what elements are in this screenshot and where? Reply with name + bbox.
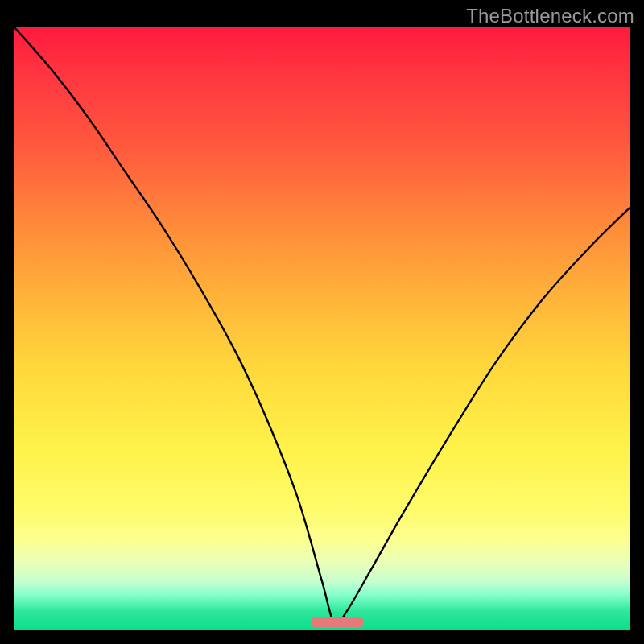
chart-frame: TheBottleneck.com — [0, 0, 644, 644]
optimum-marker — [311, 617, 364, 628]
watermark-text: TheBottleneck.com — [466, 5, 634, 27]
curve-path — [14, 27, 630, 625]
bottleneck-curve — [14, 27, 630, 630]
plot-area — [14, 27, 630, 630]
